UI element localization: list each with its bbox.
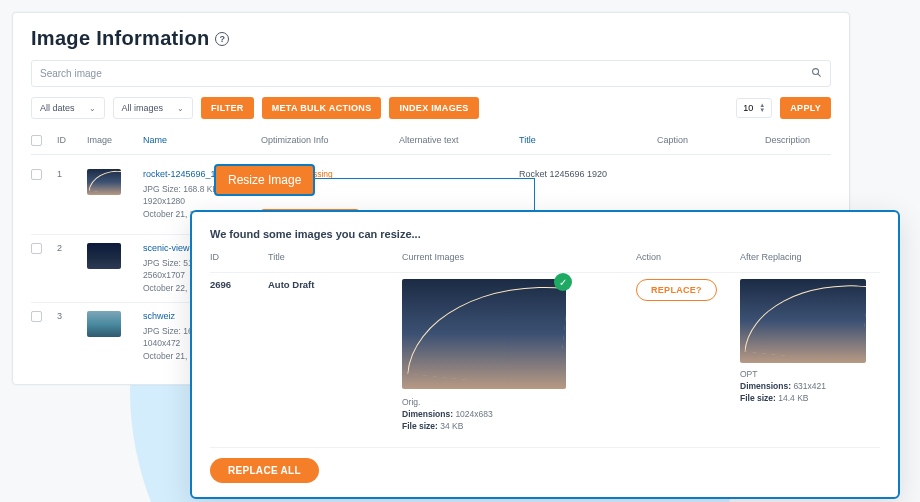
filter-button[interactable]: FILTER xyxy=(201,97,254,119)
dates-value: All dates xyxy=(40,103,75,113)
row-title: Rocket 1245696 1920 xyxy=(519,169,649,179)
apply-button[interactable]: APPLY xyxy=(780,97,831,119)
table-header: ID Image Name Optimization Info Alternat… xyxy=(31,129,831,155)
svg-line-1 xyxy=(818,74,821,77)
resize-image-callout[interactable]: Resize Image xyxy=(214,164,315,196)
row-checkbox[interactable] xyxy=(31,243,42,254)
resize-modal: We found some images you can resize... I… xyxy=(190,210,900,499)
mrow-title: Auto Draft xyxy=(268,279,388,290)
current-image-cell: ✓ Orig. Dimensions: 1024x683 File size: … xyxy=(402,279,622,433)
search-input[interactable]: Search image xyxy=(31,60,831,87)
mcol-after: After Replacing xyxy=(740,252,880,262)
stepper-arrows-icon: ▲▼ xyxy=(759,103,765,113)
dates-select[interactable]: All dates ⌄ xyxy=(31,97,105,119)
per-page-value: 10 xyxy=(743,103,753,113)
page-title-text: Image Information xyxy=(31,27,209,50)
chevron-down-icon: ⌄ xyxy=(89,104,96,113)
mcol-title: Title xyxy=(268,252,388,262)
mrow-id: 2696 xyxy=(210,279,254,290)
after-thumbnail xyxy=(740,279,866,363)
modal-row: 2696 Auto Draft ✓ Orig. Dimensions: 1024… xyxy=(210,272,880,433)
connector-line xyxy=(534,178,535,212)
select-all-checkbox[interactable] xyxy=(31,135,42,146)
connector-line xyxy=(294,178,534,179)
col-desc: Description xyxy=(765,135,831,145)
replace-button[interactable]: REPLACE? xyxy=(636,279,717,301)
thumbnail[interactable] xyxy=(87,311,121,337)
action-cell: REPLACE? xyxy=(636,279,726,301)
col-name[interactable]: Name xyxy=(143,135,253,145)
col-opt: Optimization Info xyxy=(261,135,391,145)
mcol-current: Current Images xyxy=(402,252,622,262)
images-select[interactable]: All images ⌄ xyxy=(113,97,194,119)
modal-header: ID Title Current Images Action After Rep… xyxy=(210,252,880,262)
thumbnail[interactable] xyxy=(87,169,121,195)
thumbnail[interactable] xyxy=(87,243,121,269)
images-value: All images xyxy=(122,103,164,113)
filter-row: All dates ⌄ All images ⌄ FILTER META BUL… xyxy=(31,97,831,119)
col-title[interactable]: Title xyxy=(519,135,649,145)
row-checkbox[interactable] xyxy=(31,311,42,322)
row-id: 1 xyxy=(57,169,79,179)
mcol-action: Action xyxy=(636,252,726,262)
replace-all-button[interactable]: REPLACE ALL xyxy=(210,458,319,483)
check-icon: ✓ xyxy=(554,273,572,291)
modal-heading: We found some images you can resize... xyxy=(210,228,880,240)
per-page-stepper[interactable]: 10 ▲▼ xyxy=(736,98,772,118)
orig-meta: Orig. Dimensions: 1024x683 File size: 34… xyxy=(402,397,622,433)
modal-footer: REPLACE ALL xyxy=(210,447,880,483)
row-id: 2 xyxy=(57,243,79,253)
page-title: Image Information ? xyxy=(31,27,831,50)
col-caption: Caption xyxy=(657,135,757,145)
file-dims: 1920x1280 xyxy=(143,195,253,207)
chevron-down-icon: ⌄ xyxy=(177,104,184,113)
mcol-id: ID xyxy=(210,252,254,262)
help-icon[interactable]: ? xyxy=(215,32,229,46)
col-alt: Alternative text xyxy=(399,135,511,145)
index-images-button[interactable]: INDEX IMAGES xyxy=(389,97,478,119)
row-checkbox[interactable] xyxy=(31,169,42,180)
svg-point-0 xyxy=(813,69,819,75)
search-placeholder: Search image xyxy=(40,68,102,79)
current-thumbnail xyxy=(402,279,566,389)
col-id: ID xyxy=(57,135,79,145)
after-image-cell: OPT Dimensions: 631x421 File size: 14.4 … xyxy=(740,279,880,405)
meta-bulk-button[interactable]: META BULK ACTIONS xyxy=(262,97,382,119)
col-image: Image xyxy=(87,135,135,145)
search-icon xyxy=(811,67,822,80)
row-id: 3 xyxy=(57,311,79,321)
opt-meta: OPT Dimensions: 631x421 File size: 14.4 … xyxy=(740,369,880,405)
